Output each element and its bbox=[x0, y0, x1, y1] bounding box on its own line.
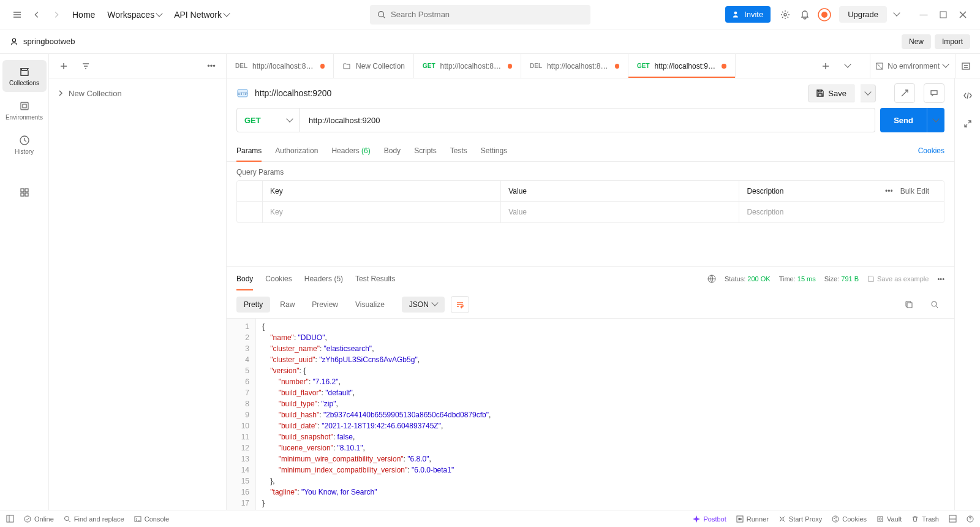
format-select[interactable]: JSON bbox=[402, 297, 445, 313]
invite-icon bbox=[733, 10, 741, 18]
request-tab[interactable]: New Collection bbox=[334, 54, 414, 78]
resp-tab-cookies[interactable]: Cookies bbox=[265, 267, 292, 290]
param-desc-input[interactable]: Description bbox=[739, 202, 944, 222]
svg-rect-15 bbox=[962, 63, 970, 69]
minimize-icon[interactable]: — bbox=[914, 5, 933, 25]
method-select[interactable]: GET bbox=[236, 108, 300, 132]
sb-panel-icon[interactable] bbox=[6, 515, 14, 523]
sb-cookies[interactable]: Cookies bbox=[832, 515, 867, 523]
tab-tests[interactable]: Tests bbox=[450, 140, 467, 161]
more-icon[interactable]: ••• bbox=[202, 56, 221, 76]
filter-icon[interactable] bbox=[76, 56, 96, 76]
resp-tab-tests[interactable]: Test Results bbox=[355, 267, 395, 290]
new-tab-icon[interactable] bbox=[816, 56, 835, 76]
svg-point-28 bbox=[834, 518, 835, 518]
maximize-icon[interactable] bbox=[933, 5, 953, 25]
tab-auth[interactable]: Authorization bbox=[275, 140, 318, 161]
tab-body[interactable]: Body bbox=[384, 140, 401, 161]
globe-icon[interactable] bbox=[707, 275, 716, 283]
save-button[interactable]: Save bbox=[808, 85, 854, 102]
unsaved-dot bbox=[320, 64, 325, 69]
bell-icon[interactable] bbox=[795, 5, 815, 25]
env-selector[interactable]: No environment bbox=[870, 54, 953, 78]
send-dropdown[interactable] bbox=[927, 108, 944, 132]
cookies-link[interactable]: Cookies bbox=[918, 146, 944, 155]
sb-find[interactable]: Find and replace bbox=[64, 515, 124, 523]
view-pretty[interactable]: Pretty bbox=[236, 297, 270, 313]
sb-proxy[interactable]: Start Proxy bbox=[778, 515, 822, 523]
copy-icon[interactable] bbox=[899, 295, 919, 314]
tabs-dropdown-icon[interactable] bbox=[838, 56, 858, 76]
comments-icon[interactable] bbox=[924, 83, 944, 103]
save-example[interactable]: Save as example bbox=[867, 275, 929, 282]
sb-trash[interactable]: Trash bbox=[911, 515, 939, 523]
avatar[interactable] bbox=[815, 5, 834, 25]
forward-icon[interactable] bbox=[47, 5, 66, 25]
bulk-edit-link[interactable]: Bulk Edit bbox=[900, 187, 929, 195]
wrap-icon[interactable] bbox=[451, 296, 469, 313]
method-label: GET bbox=[244, 116, 261, 125]
request-tab[interactable]: DELhttp://localhost:8080/us bbox=[227, 54, 334, 78]
time-meta: Time: 15 ms bbox=[779, 275, 816, 282]
send-button[interactable]: Send bbox=[880, 108, 927, 132]
collection-item[interactable]: New Collection bbox=[49, 83, 226, 103]
sb-layout-icon[interactable] bbox=[949, 515, 957, 523]
url-input[interactable]: http://localhost:9200 bbox=[300, 108, 875, 132]
sb-console[interactable]: Console bbox=[134, 515, 169, 523]
resp-tab-body[interactable]: Body bbox=[236, 267, 253, 290]
nav-home[interactable]: Home bbox=[66, 6, 101, 23]
sb-runner[interactable]: Runner bbox=[736, 515, 769, 523]
sb-postbot[interactable]: Postbot bbox=[693, 515, 726, 523]
upgrade-button[interactable]: Upgrade bbox=[839, 6, 887, 23]
view-visualize[interactable]: Visualize bbox=[348, 297, 392, 313]
rail-history[interactable]: History bbox=[2, 129, 47, 161]
resp-more-icon[interactable]: ••• bbox=[937, 275, 944, 282]
import-button[interactable]: Import bbox=[935, 34, 970, 49]
env-quicklook-icon[interactable] bbox=[956, 54, 975, 78]
expand-icon[interactable] bbox=[958, 114, 978, 134]
back-icon[interactable] bbox=[27, 5, 47, 25]
resp-tab-headers[interactable]: Headers (5) bbox=[304, 267, 343, 290]
rail-environments[interactable]: Environments bbox=[2, 94, 47, 126]
search-input[interactable] bbox=[391, 10, 583, 19]
close-icon[interactable] bbox=[953, 5, 973, 25]
tab-label: http://localhost:8080/us bbox=[440, 62, 503, 70]
chevron-down-icon bbox=[287, 116, 292, 125]
svg-point-23 bbox=[64, 516, 69, 520]
code-snippet-icon[interactable] bbox=[958, 86, 978, 105]
nav-workspaces[interactable]: Workspaces bbox=[101, 6, 168, 23]
new-button[interactable]: New bbox=[902, 34, 931, 49]
add-icon[interactable] bbox=[54, 56, 74, 76]
request-tab[interactable]: DELhttp://localhost:8080/us bbox=[521, 54, 628, 78]
share-icon[interactable] bbox=[894, 83, 915, 103]
nav-api-network[interactable]: API Network bbox=[168, 6, 235, 23]
param-key-input[interactable]: Key bbox=[263, 202, 501, 222]
menu-icon[interactable] bbox=[7, 5, 27, 25]
save-dropdown[interactable] bbox=[861, 85, 876, 102]
invite-button[interactable]: Invite bbox=[725, 6, 771, 23]
tab-settings[interactable]: Settings bbox=[481, 140, 507, 161]
request-tab[interactable]: GEThttp://localhost:8080/us bbox=[414, 54, 521, 78]
workspace-name[interactable]: springbootweb bbox=[10, 37, 75, 46]
search-box[interactable] bbox=[370, 5, 590, 25]
svg-rect-8 bbox=[23, 104, 26, 108]
col-more-icon[interactable]: ••• bbox=[885, 187, 893, 195]
svg-text:HTTP: HTTP bbox=[238, 92, 247, 96]
settings-icon[interactable] bbox=[775, 5, 795, 25]
tab-scripts[interactable]: Scripts bbox=[414, 140, 437, 161]
tab-params[interactable]: Params bbox=[236, 140, 262, 161]
request-tab[interactable]: GEThttp://localhost:9200 bbox=[628, 54, 736, 78]
sb-online[interactable]: Online bbox=[24, 515, 54, 523]
sb-help-icon[interactable] bbox=[967, 515, 974, 523]
env-icon bbox=[875, 62, 884, 70]
svg-rect-10 bbox=[21, 189, 24, 192]
view-raw[interactable]: Raw bbox=[273, 297, 302, 313]
tab-headers[interactable]: Headers (6) bbox=[331, 140, 370, 161]
sb-vault[interactable]: Vault bbox=[876, 515, 902, 523]
upgrade-dropdown[interactable] bbox=[887, 5, 907, 25]
param-value-input[interactable]: Value bbox=[501, 202, 739, 222]
rail-collections[interactable]: Collections bbox=[2, 60, 47, 92]
search-response-icon[interactable] bbox=[925, 295, 944, 314]
rail-more[interactable] bbox=[2, 176, 47, 208]
view-preview[interactable]: Preview bbox=[304, 297, 345, 313]
